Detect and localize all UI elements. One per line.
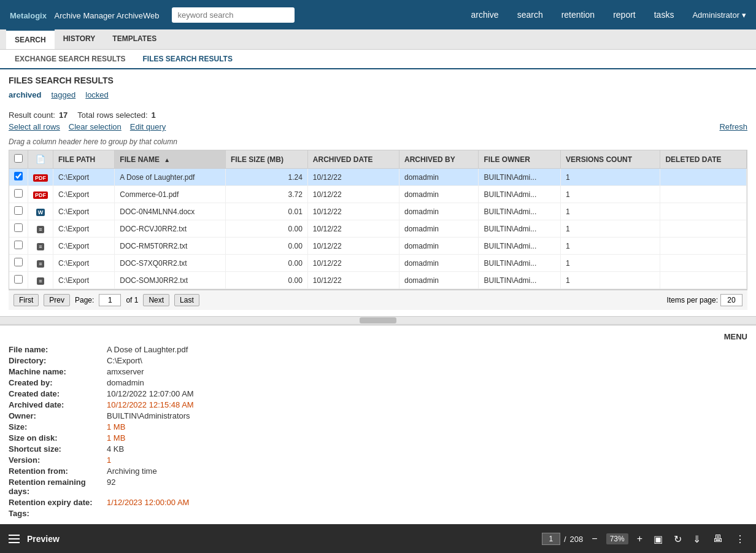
versions-count-cell: 1 [561,220,660,238]
col-archived-date[interactable]: ARCHIVED DATE [307,150,399,169]
row-checkbox[interactable] [14,206,23,215]
retention-expiry-value: 1/12/2023 12:00:00 AM [107,498,747,507]
preview-download-button[interactable]: ⇓ [690,532,703,546]
col-deleted-date[interactable]: DELETED DATE [660,150,747,169]
archived-date-cell: 10/12/22 [307,169,399,186]
nav-archive[interactable]: archive [471,10,499,20]
col-file-path[interactable]: FILE PATH [53,150,115,169]
prev-page-button[interactable]: Prev [44,294,70,306]
logo-title: Archive Manager ArchiveWeb [54,11,159,20]
preview-zoom-out-button[interactable]: − [589,532,600,546]
sort-arrow: ▲ [164,157,170,163]
preview-more-button[interactable]: ⋮ [733,532,747,546]
col-file-name[interactable]: FILE NAME ▲ [115,150,226,169]
table-row[interactable]: PDFC:\ExportA Dose of Laughter.pdf1.2410… [9,169,747,186]
file-name-cell: DOC-SOMJ0RR2.txt [115,272,226,289]
filter-archived[interactable]: archived [9,90,41,99]
clear-selection[interactable]: Clear selection [69,122,122,131]
nav-report[interactable]: report [613,10,636,20]
edit-query[interactable]: Edit query [130,122,166,131]
items-per-page: Items per page: [667,294,742,306]
nav-retention[interactable]: retention [561,10,595,20]
first-page-button[interactable]: First [14,294,39,306]
preview-page-separator: / [564,535,566,544]
search-box[interactable] [172,7,295,23]
col-archived-by[interactable]: ARCHIVED BY [399,150,479,169]
select-all-checkbox-header[interactable] [9,150,28,169]
col-versions-count[interactable]: VERSIONS COUNT [561,150,660,169]
row-checkbox[interactable] [14,275,23,284]
row-checkbox[interactable] [14,258,23,266]
versions-count-cell: 1 [561,203,660,220]
row-checkbox-cell [9,255,28,272]
preview-print-button[interactable]: 🖶 [711,532,725,546]
created-date-label: Created date: [9,389,101,398]
retention-remaining-value: 92 [107,478,747,496]
horizontal-scrollbar[interactable] [0,316,756,325]
select-all-rows[interactable]: Select all rows [9,122,60,131]
filter-tagged[interactable]: tagged [51,90,75,99]
preview-fit-page-button[interactable]: ▣ [651,532,665,546]
row-checkbox[interactable] [14,223,23,232]
file-icon-header: 📄 [36,155,45,164]
last-page-button[interactable]: Last [174,294,199,306]
table-row[interactable]: PDFC:\ExportCommerce-01.pdf3.7210/12/22d… [9,186,747,203]
admin-menu[interactable]: Administrator ▾ [692,10,746,20]
nav-tasks[interactable]: tasks [654,10,674,20]
table-row[interactable]: ≡C:\ExportDOC-RM5T0RR2.txt0.0010/12/22do… [9,238,747,255]
preview-zoom-level: 73% [606,533,628,544]
row-checkbox-cell [9,272,28,289]
header: Metalogix Archive Manager ArchiveWeb arc… [0,0,756,29]
results-table: 📄 FILE PATH FILE NAME ▲ FILE SIZE (MB) A… [9,150,747,289]
details-menu-button[interactable]: MENU [9,332,747,341]
row-checkbox[interactable] [14,241,23,249]
scrollbar-thumb[interactable] [360,317,396,323]
select-all-checkbox[interactable] [14,154,23,163]
col-file-size[interactable]: FILE SIZE (MB) [226,150,308,169]
file-size-cell: 3.72 [226,186,308,203]
retention-from-label: Retention from: [9,466,101,476]
preview-page-input[interactable] [542,533,560,545]
search-input[interactable] [172,7,295,23]
result-info: Result count: 17 Total rows selected: 1 [9,110,747,120]
table-row[interactable]: WC:\ExportDOC-0N4MLNN4.docx0.0110/12/22d… [9,203,747,220]
preview-rotate-button[interactable]: ↻ [671,532,684,546]
deleted-date-cell [660,272,747,289]
file-path-cell: C:\Export [53,186,115,203]
nav-search[interactable]: search [517,10,543,20]
table-row[interactable]: ≡C:\ExportDOC-RCVJ0RR2.txt0.0010/12/22do… [9,220,747,238]
tab-templates[interactable]: TEMPLATES [104,29,165,49]
col-file-owner[interactable]: FILE OWNER [479,150,561,169]
refresh-button[interactable]: Refresh [719,122,747,131]
row-checkbox[interactable] [14,189,23,198]
preview-zoom-in-button[interactable]: + [634,532,645,546]
table-row[interactable]: ≡C:\ExportDOC-S7XQ0RR2.txt0.0010/12/22do… [9,255,747,272]
created-by-label: Created by: [9,378,101,387]
file-size-cell: 0.00 [226,255,308,272]
tab-search[interactable]: SEARCH [6,29,55,49]
preview-menu-icon[interactable] [9,535,20,543]
items-per-page-input[interactable] [720,294,742,306]
machine-name-label: Machine name: [9,367,101,376]
subtab-files[interactable]: FILES SEARCH RESULTS [134,50,241,69]
versions-count-cell: 1 [561,169,660,186]
total-rows-label: Total rows selected: [77,110,147,120]
file-path-cell: C:\Export [53,169,115,186]
file-type-icon: ≡ [37,243,44,250]
file-owner-cell: BUILTIN\Admi... [479,186,561,203]
page-number-input[interactable] [99,294,121,306]
tab-history[interactable]: HISTORY [55,29,104,49]
versions-count-cell: 1 [561,272,660,289]
next-page-button[interactable]: Next [143,294,169,306]
subtab-exchange[interactable]: EXCHANGE SEARCH RESULTS [6,50,134,69]
of-label: of 1 [126,296,138,304]
result-count: 17 [59,110,68,120]
file-owner-cell: BUILTIN\Admi... [479,272,561,289]
archived-date-cell: 10/12/22 [307,238,399,255]
filter-locked[interactable]: locked [85,90,109,99]
row-checkbox[interactable] [14,172,23,180]
table-row[interactable]: ≡C:\ExportDOC-SOMJ0RR2.txt0.0010/12/22do… [9,272,747,289]
file-type-icon-cell: ≡ [28,255,53,272]
section-title: FILES SEARCH RESULTS [9,75,747,85]
row-checkbox-cell [9,220,28,238]
